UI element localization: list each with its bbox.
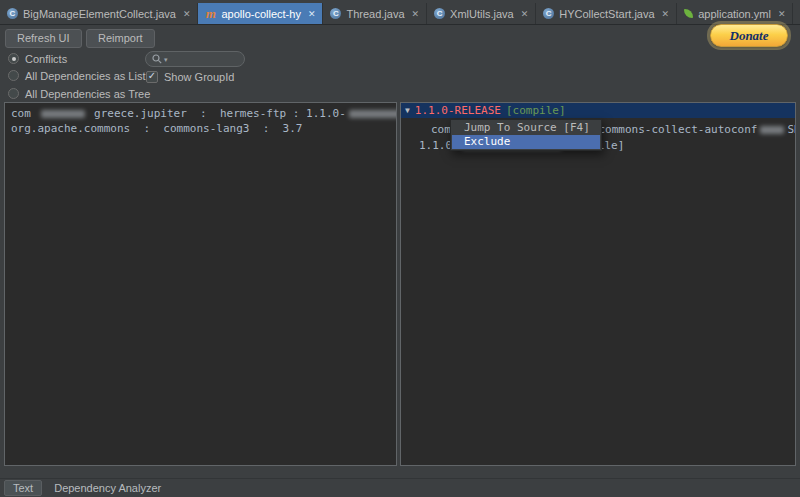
bottom-tab-bar: TextDependency Analyzer [0, 478, 800, 497]
editor-tab-label: Thread.java [346, 8, 404, 20]
radio-option[interactable]: All Dependencies as Tree [8, 87, 150, 100]
reimport-button[interactable]: Reimport [86, 29, 155, 48]
dependency-tree-panel: ▼ 1.1.0-RELEASE [compile] com.commons-co… [400, 102, 796, 466]
radio-option[interactable]: Conflicts [8, 52, 67, 65]
dependency-text: SH [787, 123, 796, 136]
donate-button[interactable]: Donate [710, 24, 788, 47]
editor-tab[interactable]: CHYCollectStart.java✕ [536, 3, 677, 24]
bottom-tab[interactable]: Text [4, 480, 42, 496]
editor-tab-bar: CBigManageElementCollect.java✕mapollo-co… [0, 0, 800, 25]
class-icon: C [7, 8, 18, 19]
radio-option[interactable]: All Dependencies as List [8, 69, 145, 82]
editor-tab-label: apollo-collect-hy [221, 8, 300, 20]
radio-label: All Dependencies as Tree [25, 88, 150, 100]
radio-icon [8, 88, 19, 99]
expander-icon[interactable]: ▼ [405, 106, 410, 115]
editor-tab-label: XmlUtils.java [450, 8, 514, 20]
dependency-list-item[interactable]: com greece.jupiter : hermes-ftp : 1.1.0- [5, 106, 396, 121]
close-icon[interactable]: ✕ [778, 9, 786, 19]
close-icon[interactable]: ✕ [521, 9, 529, 19]
editor-tab[interactable]: CThread.java✕ [323, 3, 427, 24]
context-menu: Jump To Source [F4]Exclude [450, 119, 602, 151]
dependency-text: com [11, 107, 38, 120]
checkbox-icon: ✓ [146, 71, 158, 83]
refresh-ui-button[interactable]: Refresh UI [5, 29, 82, 48]
editor-tab-label: application.yml [698, 8, 771, 20]
context-menu-item[interactable]: Exclude [452, 135, 600, 149]
show-groupid-checkbox[interactable]: ✓ Show GroupId [146, 70, 234, 83]
close-icon[interactable]: ✕ [662, 9, 670, 19]
class-icon: C [434, 8, 445, 19]
yaml-icon [684, 9, 693, 18]
close-icon[interactable]: ✕ [183, 9, 191, 19]
radio-label: Conflicts [25, 53, 67, 65]
redacted-text [760, 126, 784, 134]
editor-tab-label: HYCollectStart.java [559, 8, 654, 20]
class-icon: C [330, 8, 341, 19]
radio-label: All Dependencies as List [25, 70, 145, 82]
class-icon: C [543, 8, 554, 19]
dependency-scope: [compile] [506, 104, 566, 117]
editor-tab[interactable]: CBigManageElementCollect.java✕ [0, 3, 198, 24]
tree-root-row[interactable]: ▼ 1.1.0-RELEASE [compile] [401, 103, 795, 118]
dependency-text: greece.jupiter : hermes-ftp : 1.1.0- [88, 107, 346, 120]
dependency-version: 1.1.0-RELEASE [415, 104, 501, 117]
radio-icon [8, 53, 19, 64]
radio-icon [8, 70, 19, 81]
redacted-text [41, 110, 85, 118]
editor-tab[interactable]: CXmlUtils.java✕ [427, 3, 536, 24]
editor-tab[interactable]: mapollo-collect-hy✕ [198, 3, 323, 24]
bottom-tab[interactable]: Dependency Analyzer [46, 481, 169, 495]
search-icon [152, 54, 162, 64]
ide-window: CBigManageElementCollect.java✕mapollo-co… [0, 0, 800, 497]
dependency-list-panel: com greece.jupiter : hermes-ftp : 1.1.0-… [4, 102, 397, 466]
editor-tab-label: BigManageElementCollect.java [23, 8, 176, 20]
context-menu-item[interactable]: Jump To Source [F4] [452, 121, 600, 135]
search-input[interactable]: ▾ [145, 51, 245, 67]
dependency-text: commons-collect-autoconf [599, 123, 758, 136]
close-icon[interactable]: ✕ [412, 9, 420, 19]
chevron-down-icon: ▾ [164, 56, 168, 63]
editor-tab[interactable]: application.yml✕ [677, 3, 793, 24]
dependency-list-item[interactable]: org.apache.commons : commons-lang3 : 3.7 [5, 121, 396, 136]
checkbox-label: Show GroupId [164, 71, 234, 83]
close-icon[interactable]: ✕ [308, 9, 316, 19]
maven-icon: m [205, 7, 216, 20]
dependency-text: org.apache.commons : commons-lang3 : 3.7 [11, 122, 302, 135]
redacted-text [349, 110, 397, 118]
